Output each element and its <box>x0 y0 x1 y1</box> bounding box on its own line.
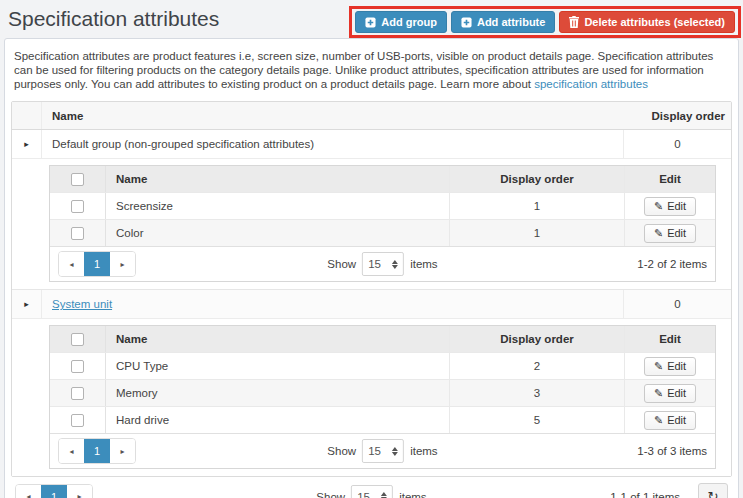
items-label: items <box>410 258 437 270</box>
show-label: Show <box>316 491 345 498</box>
row-checkbox[interactable] <box>71 387 84 400</box>
attributes-subgrid: Name Display order Edit CPU Type 2 ✎ Edi… <box>49 325 716 469</box>
attribute-row: Memory 3 ✎ Edit <box>50 379 715 406</box>
attribute-name: Memory <box>106 380 450 406</box>
pager-next-button[interactable]: ▸ <box>110 439 135 463</box>
pencil-icon: ✎ <box>654 227 663 240</box>
pencil-icon: ✎ <box>654 414 663 427</box>
group-display-order: 0 <box>623 130 731 158</box>
attribute-display-order: 3 <box>450 380 625 406</box>
row-checkbox[interactable] <box>71 200 84 213</box>
pencil-icon: ✎ <box>654 360 663 373</box>
expand-caret-icon[interactable]: ▸ <box>24 300 29 309</box>
specification-attributes-link[interactable]: specification attributes <box>534 78 648 90</box>
select-all-checkbox[interactable] <box>71 173 84 186</box>
attribute-display-order: 1 <box>450 193 625 219</box>
pencil-icon: ✎ <box>654 387 663 400</box>
content-header: Specification attributes Add group Add a… <box>0 0 743 38</box>
main-grid-pager: ◂ 1 ▸ Show 15 items 1-1 of 1 items ↻ <box>11 477 732 498</box>
subgrid-pager: ◂ 1 ▸ Show 15 items 1-3 of 3 items <box>50 433 715 468</box>
pencil-icon: ✎ <box>654 200 663 213</box>
pager-status: 1-3 of 3 items <box>637 445 707 457</box>
display-order-column-header: Display order <box>450 166 625 192</box>
pager-page-button[interactable]: 1 <box>41 485 67 498</box>
refresh-button[interactable]: ↻ <box>698 483 728 498</box>
page-size-select[interactable]: 15 <box>351 485 393 498</box>
attribute-display-order: 2 <box>450 353 625 379</box>
items-label: items <box>399 491 426 498</box>
attribute-row: Screensize 1 ✎ Edit <box>50 192 715 219</box>
page-title: Specification attributes <box>8 5 219 31</box>
plus-square-icon <box>365 17 376 28</box>
name-column-header: Name <box>42 102 623 129</box>
plus-square-icon <box>461 17 472 28</box>
group-name-link[interactable]: System unit <box>52 298 112 310</box>
items-label: items <box>410 445 437 457</box>
select-spinner-icon <box>392 260 398 269</box>
pager-prev-button[interactable]: ◂ <box>16 485 41 498</box>
group-row-default: ▸ Default group (non-grouped specificati… <box>12 130 731 159</box>
select-all-checkbox[interactable] <box>71 333 84 346</box>
attribute-name: Screensize <box>106 193 450 219</box>
edit-button[interactable]: ✎ Edit <box>644 411 696 430</box>
display-order-column-header: Display order <box>623 102 731 129</box>
attribute-row: Color 1 ✎ Edit <box>50 219 715 246</box>
pager-next-button[interactable]: ▸ <box>67 485 92 498</box>
pager-page-button[interactable]: 1 <box>84 252 110 276</box>
pager-status: 1-2 of 2 items <box>637 258 707 270</box>
group-detail-system-unit: Name Display order Edit CPU Type 2 ✎ Edi… <box>12 319 731 476</box>
row-checkbox[interactable] <box>71 360 84 373</box>
content-card: Specification attributes are product fea… <box>4 38 739 498</box>
attribute-display-order: 5 <box>450 407 625 433</box>
attribute-row: Hard drive 5 ✎ Edit <box>50 406 715 433</box>
row-checkbox[interactable] <box>71 227 84 240</box>
subgrid-pager: ◂ 1 ▸ Show 15 items 1-2 of 2 items <box>50 246 715 281</box>
select-spinner-icon <box>392 447 398 456</box>
edit-column-header: Edit <box>625 326 715 352</box>
group-name: Default group (non-grouped specification… <box>42 130 623 158</box>
page-size-select[interactable]: 15 <box>362 439 404 463</box>
page-size-select[interactable]: 15 <box>362 252 404 276</box>
trash-icon <box>569 16 579 28</box>
attributes-subgrid: Name Display order Edit Screensize 1 ✎ E… <box>49 165 716 282</box>
display-order-column-header: Display order <box>450 326 625 352</box>
group-detail-default: Name Display order Edit Screensize 1 ✎ E… <box>12 159 731 290</box>
expand-column-header <box>12 102 42 129</box>
grid-header-row: Name Display order <box>12 102 731 130</box>
attribute-name: Color <box>106 220 450 246</box>
show-label: Show <box>327 258 356 270</box>
attribute-name: CPU Type <box>106 353 450 379</box>
refresh-icon: ↻ <box>708 489 719 498</box>
specification-attributes-grid: Name Display order ▸ Default group (non-… <box>11 101 732 477</box>
delete-attributes-button[interactable]: Delete attributes (selected) <box>559 11 735 33</box>
subgrid-header-row: Name Display order Edit <box>50 326 715 352</box>
attribute-name: Hard drive <box>106 407 450 433</box>
edit-button[interactable]: ✎ Edit <box>644 357 696 376</box>
name-column-header: Name <box>106 166 450 192</box>
description-text: Specification attributes are product fea… <box>14 49 729 91</box>
show-label: Show <box>327 445 356 457</box>
attribute-display-order: 1 <box>450 220 625 246</box>
group-display-order: 0 <box>623 290 731 318</box>
name-column-header: Name <box>106 326 450 352</box>
edit-button[interactable]: ✎ Edit <box>644 197 696 216</box>
pager-prev-button[interactable]: ◂ <box>59 252 84 276</box>
pager-prev-button[interactable]: ◂ <box>59 439 84 463</box>
select-spinner-icon <box>381 492 387 498</box>
attribute-row: CPU Type 2 ✎ Edit <box>50 352 715 379</box>
row-checkbox[interactable] <box>71 414 84 427</box>
group-row-system-unit: ▸ System unit 0 <box>12 290 731 319</box>
annotation-highlight-box: Add group Add attribute Delete attribute… <box>349 6 741 38</box>
add-attribute-button[interactable]: Add attribute <box>451 11 555 33</box>
edit-button[interactable]: ✎ Edit <box>644 384 696 403</box>
edit-button[interactable]: ✎ Edit <box>644 224 696 243</box>
add-group-button[interactable]: Add group <box>355 11 447 33</box>
expand-caret-icon[interactable]: ▸ <box>24 140 29 149</box>
subgrid-header-row: Name Display order Edit <box>50 166 715 192</box>
pager-next-button[interactable]: ▸ <box>110 252 135 276</box>
pager-status: 1-1 of 1 items <box>610 491 680 498</box>
edit-column-header: Edit <box>625 166 715 192</box>
pager-page-button[interactable]: 1 <box>84 439 110 463</box>
